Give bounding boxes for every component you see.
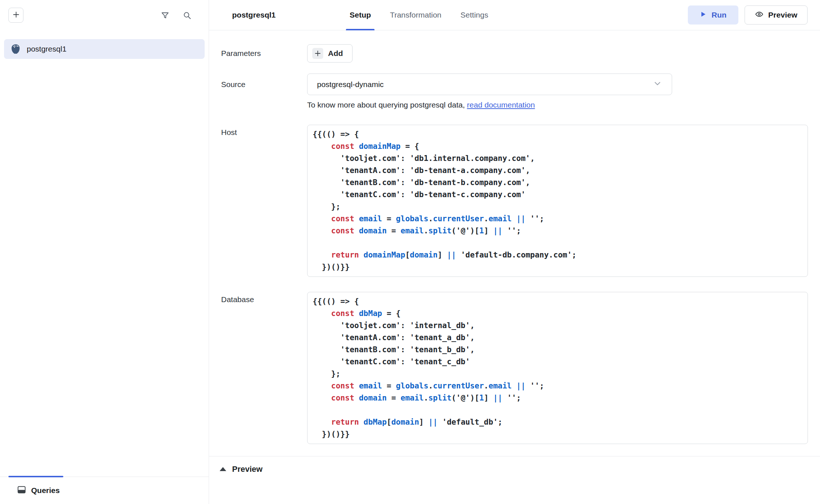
parameters-label: Parameters [221,48,307,59]
preview-section-title: Preview [232,464,262,474]
queries-tab[interactable]: Queries [31,486,60,495]
host-label: Host [221,125,307,138]
plus-icon [312,48,323,59]
query-title: postgresql1 [232,11,276,19]
tab-transformation[interactable]: Transformation [388,0,443,30]
source-select[interactable]: postgresql-dynamic [307,74,672,95]
run-button-label: Run [712,11,727,19]
database-code-editor[interactable]: {{(() => { const dbMap = { 'tooljet.com'… [307,292,808,444]
query-list: postgresql1 [0,30,209,59]
postgresql-icon [10,44,21,54]
eye-icon [755,10,764,20]
query-sidebar: postgresql1 Queries [0,0,209,504]
source-helper-text: To know more about querying postgresql d… [307,99,808,110]
filter-icon[interactable] [160,11,170,20]
database-label: Database [221,292,307,444]
add-query-button[interactable] [8,8,23,23]
source-label: Source [221,74,307,90]
search-icon[interactable] [182,11,192,20]
read-documentation-link[interactable]: read documentation [467,101,535,109]
preview-button[interactable]: Preview [745,5,808,25]
play-icon [700,11,707,20]
preview-button-label: Preview [768,11,797,19]
plus-icon [13,11,19,19]
sidebar-toolbar [0,0,209,30]
editor-tabs: Setup Transformation Settings [347,0,491,30]
queries-icon [17,485,26,496]
add-parameter-button[interactable]: Add [307,44,353,63]
query-editor-header: postgresql1 Setup Transformation Setting… [209,0,820,30]
add-parameter-label: Add [328,49,343,58]
tab-settings[interactable]: Settings [458,0,491,30]
host-code-editor[interactable]: {{(() => { const domainMap = { 'tooljet.… [307,125,808,277]
query-name: postgresql1 [27,45,67,53]
collapse-caret-icon [220,467,226,471]
chevron-down-icon [653,79,662,90]
setup-form: Parameters Add Source postgresql-dynamic [209,30,820,444]
source-select-value: postgresql-dynamic [317,80,384,89]
run-button[interactable]: Run [688,5,738,25]
preview-section-header[interactable]: Preview [209,456,820,482]
query-list-item-postgresql1[interactable]: postgresql1 [4,39,205,59]
tab-setup[interactable]: Setup [347,0,373,30]
sidebar-footer: Queries [0,477,209,504]
queries-panel-active-indicator [8,476,63,477]
query-editor-panel: postgresql1 Setup Transformation Setting… [209,0,820,504]
